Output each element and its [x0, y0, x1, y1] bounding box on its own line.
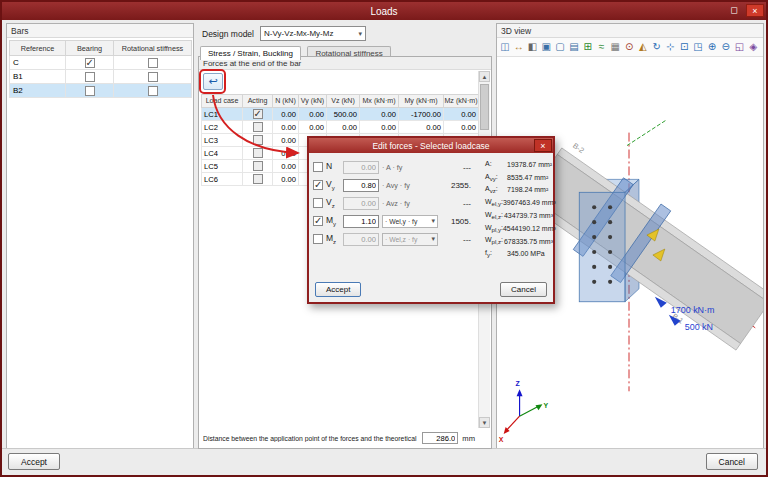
front-view-icon[interactable]: ◱	[733, 39, 747, 55]
axis-x-label: X	[499, 436, 504, 443]
transparent-view-icon[interactable]: ▢	[553, 39, 567, 55]
result-value: 2355.	[441, 181, 471, 190]
chevron-down-icon: ▾	[358, 30, 362, 38]
force-row-mz: Mz · Wel,z · fy▾ ---	[311, 230, 483, 248]
loadcase-row-lc1[interactable]: LC1 0.00 0.00 500.00 0.00 -1700.00 0.00	[202, 108, 479, 121]
scroll-up-icon[interactable]: ▲	[479, 71, 490, 82]
accept-button[interactable]: Accept	[8, 453, 60, 470]
acting-checkbox[interactable]	[253, 122, 263, 132]
formula-text: · A · fy	[382, 163, 438, 172]
force-symbol: My	[326, 215, 340, 227]
design-model-value: N-Vy-Vz-Mx-My-Mz	[264, 29, 333, 38]
bolts-icon[interactable]: ⊙	[622, 39, 636, 55]
force-enabled-checkbox[interactable]	[313, 162, 323, 172]
restore-icon[interactable]: ◻	[725, 4, 743, 17]
deformed-shape-icon[interactable]: ≈	[595, 39, 609, 55]
zoom-out-icon[interactable]: ⊖	[719, 39, 733, 55]
window-title: Loads	[370, 6, 397, 17]
force-symbol: N	[326, 161, 340, 173]
axis-z-label: Z	[516, 380, 521, 387]
bearing-checkbox[interactable]	[85, 58, 95, 68]
dialog-cancel-button[interactable]: Cancel	[500, 282, 547, 297]
solid-view-icon[interactable]: ▣	[539, 39, 553, 55]
axis-triad: Z Y X	[499, 380, 549, 443]
bars-panel: Bars Reference Bearing Rotational stiffn…	[6, 23, 194, 449]
bar-row-c[interactable]: C	[10, 56, 192, 70]
view3d-toolbar: ◫ ↔ ◧ ▣ ▢ ▤ ⊞ ≈ ▦ ⊙ ◭ ↻ ⊹ ⊡ ◳ ⊕ ⊖ ◱ ◈	[497, 38, 763, 57]
loads-window: Loads ◻ × Bars Reference Bearing Rotatio…	[0, 0, 768, 477]
copy-picture-icon[interactable]: ◫	[498, 39, 512, 55]
loadcase-row-lc2[interactable]: LC2 0.00 0.00 0.00 0.00 0.00 0.00	[202, 121, 479, 134]
formula-select[interactable]: · Wel,z · fy▾	[382, 233, 438, 246]
rotational-stiffness-checkbox[interactable]	[148, 72, 158, 82]
bars-table: Reference Bearing Rotational stiffness C…	[9, 40, 192, 98]
col-acting: Acting	[243, 95, 273, 108]
acting-checkbox[interactable]	[253, 148, 263, 158]
iso-view-icon[interactable]: ◈	[746, 39, 760, 55]
rotate-view-icon[interactable]: ↻	[650, 39, 664, 55]
moment-label: 1700 kN·m	[671, 305, 715, 315]
bearing-checkbox[interactable]	[85, 72, 95, 82]
bar-row-b2[interactable]: B2	[10, 84, 192, 98]
design-model-select[interactable]: N-Vy-Vz-Mx-My-Mz ▾	[260, 26, 366, 41]
result-value: ---	[441, 163, 471, 172]
factor-input[interactable]	[343, 215, 379, 228]
zoom-window-icon[interactable]: ⊡	[677, 39, 691, 55]
distance-unit: mm	[462, 434, 475, 443]
axis-y-label: Y	[543, 402, 548, 409]
distance-input[interactable]	[422, 432, 458, 444]
mesh-icon[interactable]: ⊞	[581, 39, 595, 55]
factor-input[interactable]	[343, 179, 379, 192]
bearing-checkbox[interactable]	[85, 86, 95, 96]
force-row-vz: Vz · Avz · fy ---	[311, 194, 483, 212]
acting-checkbox[interactable]	[253, 109, 263, 119]
design-model-label: Design model	[202, 29, 254, 39]
col-mz: Mz (kN·m)	[444, 95, 479, 108]
zoom-in-icon[interactable]: ⊕	[705, 39, 719, 55]
tab-stress-strain-buckling[interactable]: Stress / Strain, Buckling	[200, 46, 301, 60]
close-icon[interactable]: ×	[746, 4, 764, 17]
formula-select[interactable]: · Wel,y · fy▾	[382, 215, 438, 228]
wireframe-view-icon[interactable]: ▤	[567, 39, 581, 55]
dialog-titlebar: Edit forces - Selected loadcase ×	[309, 138, 553, 153]
bar-row-b1[interactable]: B1	[10, 70, 192, 84]
pan-view-icon[interactable]: ⊹	[664, 39, 678, 55]
rotational-stiffness-checkbox[interactable]	[148, 58, 158, 68]
force-enabled-checkbox[interactable]	[313, 198, 323, 208]
factor-input[interactable]	[343, 161, 379, 174]
welds-icon[interactable]: ◭	[636, 39, 650, 55]
force-rows: N · A · fy --- Vy · Avy · fy 2355. Vz · …	[311, 158, 483, 248]
factor-input[interactable]	[343, 233, 379, 246]
formula-text: · Avz · fy	[382, 199, 438, 208]
section-cut-icon[interactable]: ◧	[526, 39, 540, 55]
acting-checkbox[interactable]	[253, 174, 263, 184]
scrollbar-thumb[interactable]	[480, 84, 489, 130]
result-value: ---	[441, 199, 471, 208]
force-enabled-checkbox[interactable]	[313, 234, 323, 244]
force-enabled-checkbox[interactable]	[313, 216, 323, 226]
chevron-down-icon: ▾	[431, 217, 435, 225]
plates-icon[interactable]: ▦	[608, 39, 622, 55]
factor-input[interactable]	[343, 197, 379, 210]
bars-col-bearing: Bearing	[66, 41, 114, 56]
bar-reference: B1	[10, 70, 66, 84]
rotational-stiffness-checkbox[interactable]	[148, 86, 158, 96]
col-n: N (kN)	[273, 95, 299, 108]
window-titlebar: Loads ◻ ×	[2, 2, 766, 20]
dimensions-icon[interactable]: ↔	[512, 39, 526, 55]
distance-label: Distance between the application point o…	[203, 435, 418, 442]
back-button[interactable]: ↩	[203, 73, 223, 90]
acting-checkbox[interactable]	[253, 135, 263, 145]
dialog-close-icon[interactable]: ×	[534, 139, 552, 152]
cancel-button[interactable]: Cancel	[706, 453, 758, 470]
loadcase-name: LC5	[202, 160, 243, 173]
scroll-down-icon[interactable]: ▼	[479, 417, 490, 428]
force-enabled-checkbox[interactable]	[313, 180, 323, 190]
zoom-all-icon[interactable]: ◳	[691, 39, 705, 55]
formula-text: · Avy · fy	[382, 181, 438, 190]
force-symbol: Mz	[326, 233, 340, 245]
dialog-accept-button[interactable]: Accept	[315, 282, 361, 297]
force-symbol: Vy	[326, 179, 340, 191]
acting-checkbox[interactable]	[253, 161, 263, 171]
col-vy: Vy (kN)	[299, 95, 327, 108]
